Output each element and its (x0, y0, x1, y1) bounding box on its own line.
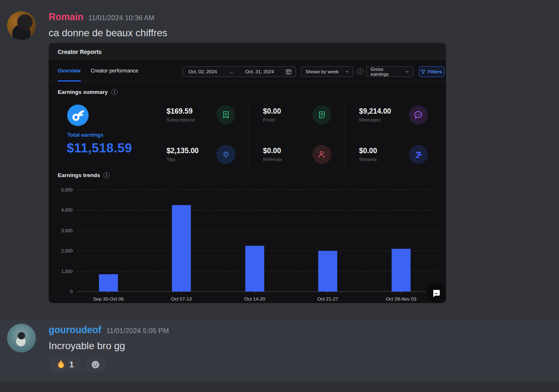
document-icon (312, 105, 331, 124)
info-icon[interactable]: i (111, 89, 117, 95)
fire-reaction-pill[interactable]: 1 (49, 357, 81, 372)
avatar-gouroudeof[interactable] (7, 324, 36, 352)
report-title: Creator Reports (58, 43, 102, 61)
message-text-romain: ca donne de beaux chiffres (49, 27, 167, 39)
discord-chat-view: Romain 11/01/2024 10:36 AM ca donne de b… (0, 0, 559, 392)
stat-messages: $9,214.00 Messages (359, 107, 391, 122)
tab-overview[interactable]: Overview (58, 61, 81, 82)
report-header: Creator Reports (49, 43, 446, 61)
fansly-logo-icon (67, 105, 89, 126)
stat-referrals: $0.00 Referrals (263, 147, 282, 162)
stat-tips: $2,135.00 Tips (167, 147, 199, 162)
arrow-right-icon: → (229, 69, 234, 75)
date-range-picker[interactable]: Oct. 02, 2024 → Oct. 31, 2024 (183, 66, 296, 77)
info-icon[interactable]: i (103, 172, 110, 178)
timestamp: 11/01/2024 5:05 PM (106, 327, 169, 335)
info-icon[interactable]: i (357, 68, 363, 75)
smiley-add-reaction-icon (91, 360, 100, 369)
chevron-down-icon (405, 70, 409, 74)
tab-creator-performance[interactable]: Creator performance (91, 61, 138, 82)
shown-by-select[interactable]: Shown by week (301, 66, 353, 77)
funnel-icon (421, 70, 425, 74)
divider (249, 101, 249, 168)
reaction-count: 1 (69, 360, 74, 369)
message-header-gouroudeof: gouroudeof 11/01/2024 5:05 PM (49, 324, 169, 336)
chat-bubble-icon (431, 288, 442, 299)
creator-reports-panel[interactable]: Creator Reports Overview Creator perform… (49, 43, 446, 303)
person-star-icon (312, 145, 331, 164)
chat-dots-icon (409, 105, 428, 124)
bookmark-plus-icon (216, 105, 235, 124)
add-reaction-button[interactable] (85, 357, 106, 372)
svg-text:3,000: 3,000 (61, 228, 73, 233)
filters-button[interactable]: Filters (419, 66, 444, 77)
stat-streams: $0.00 Streams (359, 147, 377, 162)
chevron-down-icon (345, 70, 349, 74)
reaction-row: 1 (49, 357, 106, 372)
username-gouroudeof[interactable]: gouroudeof (49, 324, 101, 336)
svg-text:Oct 21-27: Oct 21-27 (317, 296, 338, 301)
avatar-romain[interactable] (7, 11, 36, 40)
svg-text:Sep 30-Oct 06: Sep 30-Oct 06 (93, 296, 124, 301)
message-text-gouroudeof: Incroyable bro gg (49, 340, 125, 352)
calendar-icon (286, 69, 291, 75)
stat-subscriptions: $169.59 Subscriptions (167, 107, 195, 122)
svg-text:0: 0 (70, 289, 73, 294)
timestamp: 11/01/2024 10:36 AM (88, 14, 154, 22)
total-earnings-value: $11,518.59 (67, 141, 132, 156)
stat-posts: $0.00 Posts (263, 107, 281, 122)
earnings-trends-chart: 01,0002,0003,0004,0005,000Sep 30-Oct 06O… (53, 182, 442, 303)
earnings-summary-heading: Earnings summary i (58, 89, 117, 95)
chat-bottom-strip (0, 381, 559, 392)
date-start[interactable]: Oct. 02, 2024 (188, 69, 217, 74)
svg-text:Oct 28-Nov 03: Oct 28-Nov 03 (386, 296, 416, 301)
fire-emoji (56, 359, 66, 369)
filters-label: Filters (428, 69, 442, 74)
svg-text:Oct 14-20: Oct 14-20 (244, 296, 265, 301)
shown-by-value: Shown by week (305, 69, 339, 74)
svg-text:4,000: 4,000 (61, 208, 73, 212)
date-end[interactable]: Oct. 31, 2024 (245, 69, 274, 74)
metric-value: Gross earnings (371, 67, 402, 77)
svg-text:2,000: 2,000 (61, 248, 73, 253)
support-chat-widget-button[interactable] (426, 284, 446, 303)
svg-text:Oct 07-13: Oct 07-13 (171, 296, 192, 301)
total-earnings-label: Total earnings (67, 132, 103, 138)
lightbulb-icon (216, 145, 235, 164)
stacked-bars-icon (409, 145, 428, 164)
earnings-trends-heading: Earnings trends i (58, 172, 110, 178)
divider (345, 101, 345, 168)
svg-text:1,000: 1,000 (61, 269, 73, 274)
chart-container: 01,0002,0003,0004,0005,000Sep 30-Oct 06O… (53, 182, 442, 303)
message-header-romain: Romain 11/01/2024 10:36 AM (49, 12, 155, 23)
username-romain[interactable]: Romain (49, 12, 83, 23)
metric-select[interactable]: Gross earnings (366, 66, 413, 77)
svg-text:5,000: 5,000 (61, 187, 73, 192)
